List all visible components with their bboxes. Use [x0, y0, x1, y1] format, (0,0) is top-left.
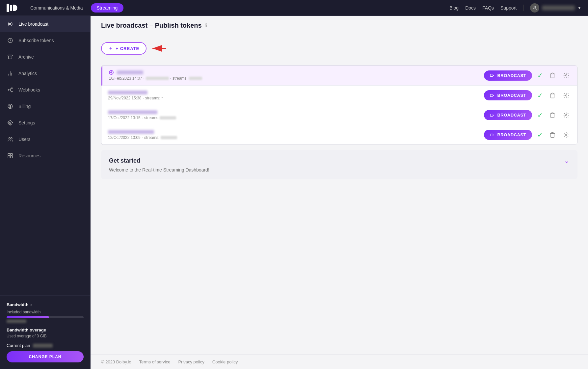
table-row[interactable]: 17/Oct/2022 13:15 · streams BROADCAST ✓ — [101, 105, 577, 125]
check-icon: ✓ — [537, 71, 543, 79]
svg-rect-17 — [8, 153, 10, 155]
delete-button[interactable] — [548, 71, 557, 80]
token-info: 10/Feb/2023 14:07 · · streams: — [109, 70, 484, 81]
token-date: 12/Oct/2022 13:09 — [108, 135, 141, 140]
token-streams-blur — [189, 77, 202, 80]
main-layout: Live broadcast Subscribe tokens Archive … — [0, 16, 588, 369]
check-icon: ✓ — [537, 111, 543, 119]
token-name-blur — [117, 70, 143, 74]
sidebar-item-archive[interactable]: Archive — [0, 49, 90, 65]
svg-point-12 — [12, 91, 13, 92]
overage-text: Used overage of 0 GiB — [7, 334, 84, 338]
sidebar-item-billing[interactable]: Billing — [0, 98, 90, 115]
plus-icon: ＋ — [108, 45, 113, 51]
overage-title: Bandwidth overage — [7, 328, 84, 332]
sidebar-label-resources: Resources — [18, 153, 40, 158]
chevron-right-icon: › — [30, 303, 32, 307]
broadcast-label: BROADCAST — [497, 113, 526, 118]
copyright: © 2023 Dolby.io — [101, 359, 131, 364]
get-started-header[interactable]: Get started ⌄ — [109, 157, 570, 165]
token-info: 29/Nov/2022 15:38 · streams: * — [108, 91, 484, 100]
svg-point-30 — [566, 134, 567, 136]
top-nav: Communications & Media Streaming Blog Do… — [0, 0, 588, 16]
broadcast-button[interactable]: BROADCAST — [484, 130, 532, 140]
nav-faqs[interactable]: FAQs — [482, 5, 494, 11]
bandwidth-progress-bg — [7, 316, 84, 318]
token-separator: · — [142, 135, 143, 140]
svg-rect-25 — [491, 94, 493, 96]
broadcast-label: BROADCAST — [497, 93, 526, 98]
logo[interactable] — [7, 3, 18, 13]
table-row[interactable]: 12/Oct/2022 13:09 · streams: BROADCAST ✓ — [101, 125, 577, 145]
sidebar-item-resources[interactable]: Resources — [0, 147, 90, 164]
token-actions: BROADCAST ✓ — [484, 90, 571, 100]
token-streams-blur — [161, 136, 177, 139]
broadcast-button[interactable]: BROADCAST — [484, 110, 532, 120]
create-row: ＋ + CREATE — [101, 42, 577, 60]
delete-button[interactable] — [548, 131, 557, 139]
token-date: 10/Feb/2023 14:07 — [109, 76, 142, 81]
token-actions: BROADCAST ✓ — [484, 130, 571, 140]
token-list: 10/Feb/2023 14:07 · · streams: BROADCAST — [101, 65, 577, 145]
user-area[interactable]: ▼ — [530, 3, 581, 13]
current-plan-row: Current plan — [7, 343, 84, 348]
settings-button[interactable] — [562, 91, 571, 100]
token-streams-label: · streams: — [170, 76, 188, 81]
privacy-link[interactable]: Privacy policy — [178, 359, 204, 364]
create-button[interactable]: ＋ + CREATE — [101, 42, 147, 55]
svg-rect-27 — [491, 114, 493, 116]
get-started-body: Welcome to the Real-time Streaming Dashb… — [109, 167, 570, 172]
cookie-link[interactable]: Cookie policy — [212, 359, 238, 364]
settings-button[interactable] — [562, 71, 571, 80]
delete-button[interactable] — [548, 111, 557, 119]
broadcast-icon — [7, 20, 14, 28]
token-separator: · — [144, 76, 145, 81]
token-meta: 17/Oct/2022 13:15 · streams — [108, 116, 484, 120]
sidebar-label-billing: Billing — [18, 104, 31, 109]
nav-comms-media[interactable]: Communications & Media — [30, 5, 83, 11]
info-icon[interactable]: ℹ — [205, 22, 207, 29]
table-row[interactable]: 29/Nov/2022 15:38 · streams: * BROADCAST… — [101, 86, 577, 105]
terms-link[interactable]: Terms of service — [139, 359, 171, 364]
token-separator: · — [143, 96, 144, 100]
bandwidth-progress-fill — [7, 316, 49, 318]
table-row[interactable]: 10/Feb/2023 14:07 · · streams: BROADCAST — [101, 66, 577, 86]
billing-icon — [7, 103, 14, 110]
change-plan-button[interactable]: CHANGE PLAN — [7, 351, 84, 362]
sidebar-item-analytics[interactable]: Analytics — [0, 65, 90, 82]
sidebar-item-users[interactable]: Users — [0, 131, 90, 147]
sidebar-item-settings[interactable]: Settings — [0, 115, 90, 131]
sidebar-label-subscribe-tokens: Subscribe tokens — [18, 38, 54, 43]
nav-support[interactable]: Support — [500, 5, 517, 11]
nav-blog[interactable]: Blog — [449, 5, 459, 11]
current-plan-label: Current plan — [7, 343, 30, 348]
token-active-indicator — [109, 70, 114, 75]
check-icon: ✓ — [537, 92, 543, 99]
check-icon: ✓ — [537, 131, 543, 139]
token-date: 29/Nov/2022 15:38 — [108, 96, 141, 100]
plan-value-blur — [33, 344, 53, 348]
nav-docs[interactable]: Docs — [465, 5, 476, 11]
token-meta: 29/Nov/2022 15:38 · streams: * — [108, 96, 484, 100]
user-name — [542, 6, 575, 10]
sidebar-item-live-broadcast[interactable]: Live broadcast — [0, 16, 90, 32]
broadcast-button[interactable]: BROADCAST — [484, 70, 532, 81]
token-info: 17/Oct/2022 13:15 · streams — [108, 110, 484, 120]
analytics-icon — [7, 70, 14, 77]
svg-point-3 — [10, 23, 11, 25]
webhooks-icon — [7, 86, 14, 93]
nav-streaming-button[interactable]: Streaming — [91, 3, 124, 13]
delete-button[interactable] — [548, 91, 557, 100]
settings-button[interactable] — [562, 131, 571, 139]
bandwidth-title[interactable]: Bandwidth › — [7, 302, 84, 307]
svg-rect-29 — [491, 134, 493, 136]
sidebar-item-subscribe-tokens[interactable]: Subscribe tokens — [0, 32, 90, 49]
token-name-row — [108, 91, 484, 94]
nav-right: Blog Docs FAQs Support ▼ — [449, 3, 581, 13]
broadcast-button[interactable]: BROADCAST — [484, 90, 532, 100]
svg-rect-18 — [11, 153, 13, 155]
sidebar-bandwidth: Bandwidth › Included bandwidth Bandwidth… — [0, 295, 90, 369]
settings-button[interactable] — [562, 111, 571, 119]
sidebar-item-webhooks[interactable]: Webhooks — [0, 82, 90, 98]
broadcast-label: BROADCAST — [497, 132, 526, 137]
